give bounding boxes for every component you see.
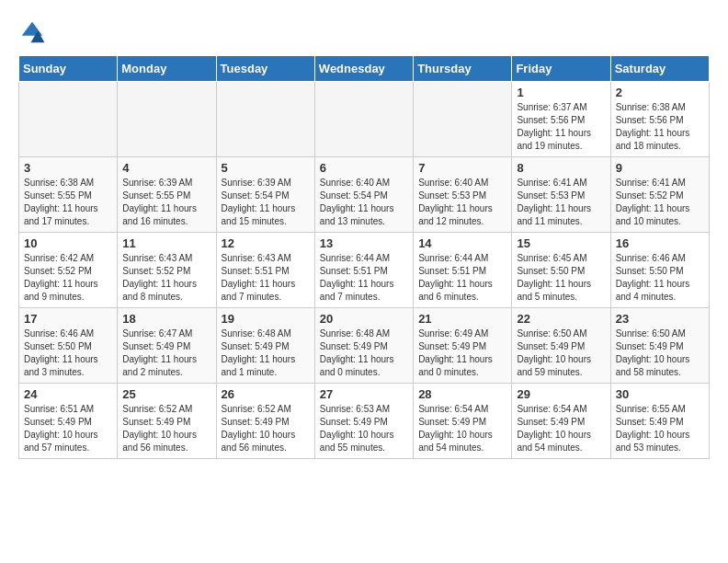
day-number: 23 <box>616 312 704 326</box>
day-number: 12 <box>222 236 310 250</box>
calendar-cell: 15Sunrise: 6:45 AM Sunset: 5:50 PM Dayli… <box>512 233 610 308</box>
day-number: 14 <box>418 236 506 250</box>
day-info: Sunrise: 6:38 AM Sunset: 5:55 PM Dayligh… <box>24 177 112 228</box>
day-info: Sunrise: 6:52 AM Sunset: 5:49 PM Dayligh… <box>122 403 210 454</box>
calendar-header-wednesday: Wednesday <box>314 56 413 82</box>
calendar-week-2: 10Sunrise: 6:42 AM Sunset: 5:52 PM Dayli… <box>19 233 710 308</box>
day-number: 21 <box>418 312 506 326</box>
day-info: Sunrise: 6:39 AM Sunset: 5:55 PM Dayligh… <box>122 177 210 228</box>
day-number: 11 <box>122 236 210 250</box>
page-header <box>18 18 710 46</box>
calendar-header-friday: Friday <box>512 56 610 82</box>
calendar-cell: 20Sunrise: 6:48 AM Sunset: 5:49 PM Dayli… <box>314 308 413 384</box>
day-info: Sunrise: 6:38 AM Sunset: 5:56 PM Dayligh… <box>616 101 704 153</box>
calendar-cell <box>414 82 512 157</box>
day-number: 28 <box>418 387 506 401</box>
day-info: Sunrise: 6:41 AM Sunset: 5:52 PM Dayligh… <box>616 177 704 228</box>
calendar-cell: 25Sunrise: 6:52 AM Sunset: 5:49 PM Dayli… <box>118 384 216 459</box>
day-number: 2 <box>616 86 704 99</box>
day-number: 20 <box>320 312 408 326</box>
day-number: 10 <box>24 236 112 250</box>
day-number: 15 <box>517 236 605 250</box>
day-number: 25 <box>122 387 210 401</box>
day-number: 4 <box>122 161 210 175</box>
day-info: Sunrise: 6:45 AM Sunset: 5:50 PM Dayligh… <box>517 252 605 304</box>
calendar-cell: 30Sunrise: 6:55 AM Sunset: 5:49 PM Dayli… <box>610 384 709 459</box>
day-info: Sunrise: 6:53 AM Sunset: 5:49 PM Dayligh… <box>320 403 408 454</box>
calendar: SundayMondayTuesdayWednesdayThursdayFrid… <box>18 55 710 459</box>
calendar-cell: 27Sunrise: 6:53 AM Sunset: 5:49 PM Dayli… <box>314 384 413 459</box>
day-info: Sunrise: 6:40 AM Sunset: 5:53 PM Dayligh… <box>418 177 506 228</box>
calendar-cell: 6Sunrise: 6:40 AM Sunset: 5:54 PM Daylig… <box>314 157 413 233</box>
day-number: 26 <box>222 387 310 401</box>
calendar-cell: 23Sunrise: 6:50 AM Sunset: 5:49 PM Dayli… <box>610 308 709 384</box>
day-number: 27 <box>320 387 408 401</box>
day-info: Sunrise: 6:42 AM Sunset: 5:52 PM Dayligh… <box>24 252 112 304</box>
day-info: Sunrise: 6:46 AM Sunset: 5:50 PM Dayligh… <box>616 252 704 304</box>
calendar-cell: 3Sunrise: 6:38 AM Sunset: 5:55 PM Daylig… <box>19 157 118 233</box>
day-number: 9 <box>616 161 704 175</box>
calendar-cell <box>314 82 413 157</box>
calendar-cell: 28Sunrise: 6:54 AM Sunset: 5:49 PM Dayli… <box>414 384 512 459</box>
day-number: 24 <box>24 387 112 401</box>
day-info: Sunrise: 6:43 AM Sunset: 5:51 PM Dayligh… <box>222 252 310 304</box>
day-number: 8 <box>517 161 605 175</box>
calendar-cell: 8Sunrise: 6:41 AM Sunset: 5:53 PM Daylig… <box>512 157 610 233</box>
day-info: Sunrise: 6:50 AM Sunset: 5:49 PM Dayligh… <box>517 327 605 379</box>
day-number: 6 <box>320 161 408 175</box>
calendar-cell: 26Sunrise: 6:52 AM Sunset: 5:49 PM Dayli… <box>216 384 314 459</box>
day-info: Sunrise: 6:54 AM Sunset: 5:49 PM Dayligh… <box>517 403 605 454</box>
calendar-cell: 14Sunrise: 6:44 AM Sunset: 5:51 PM Dayli… <box>414 233 512 308</box>
day-number: 1 <box>517 86 605 99</box>
day-info: Sunrise: 6:48 AM Sunset: 5:49 PM Dayligh… <box>222 327 310 379</box>
calendar-header-saturday: Saturday <box>610 56 709 82</box>
day-number: 3 <box>24 161 112 175</box>
day-info: Sunrise: 6:40 AM Sunset: 5:54 PM Dayligh… <box>320 177 408 228</box>
day-number: 19 <box>222 312 310 326</box>
svg-marker-0 <box>22 22 43 36</box>
calendar-cell: 2Sunrise: 6:38 AM Sunset: 5:56 PM Daylig… <box>610 82 709 157</box>
day-number: 16 <box>616 236 704 250</box>
calendar-week-4: 24Sunrise: 6:51 AM Sunset: 5:49 PM Dayli… <box>19 384 710 459</box>
day-info: Sunrise: 6:39 AM Sunset: 5:54 PM Dayligh… <box>222 177 310 228</box>
day-number: 18 <box>122 312 210 326</box>
calendar-cell: 22Sunrise: 6:50 AM Sunset: 5:49 PM Dayli… <box>512 308 610 384</box>
calendar-week-1: 3Sunrise: 6:38 AM Sunset: 5:55 PM Daylig… <box>19 157 710 233</box>
day-info: Sunrise: 6:52 AM Sunset: 5:49 PM Dayligh… <box>222 403 310 454</box>
calendar-cell: 5Sunrise: 6:39 AM Sunset: 5:54 PM Daylig… <box>216 157 314 233</box>
day-info: Sunrise: 6:46 AM Sunset: 5:50 PM Dayligh… <box>24 327 112 379</box>
calendar-cell: 7Sunrise: 6:40 AM Sunset: 5:53 PM Daylig… <box>414 157 512 233</box>
day-info: Sunrise: 6:54 AM Sunset: 5:49 PM Dayligh… <box>418 403 506 454</box>
day-info: Sunrise: 6:37 AM Sunset: 5:56 PM Dayligh… <box>517 101 605 153</box>
calendar-cell: 10Sunrise: 6:42 AM Sunset: 5:52 PM Dayli… <box>19 233 118 308</box>
calendar-cell: 29Sunrise: 6:54 AM Sunset: 5:49 PM Dayli… <box>512 384 610 459</box>
day-info: Sunrise: 6:48 AM Sunset: 5:49 PM Dayligh… <box>320 327 408 379</box>
calendar-cell: 13Sunrise: 6:44 AM Sunset: 5:51 PM Dayli… <box>314 233 413 308</box>
calendar-week-0: 1Sunrise: 6:37 AM Sunset: 5:56 PM Daylig… <box>19 82 710 157</box>
calendar-cell <box>118 82 216 157</box>
calendar-header-tuesday: Tuesday <box>216 56 314 82</box>
calendar-cell: 19Sunrise: 6:48 AM Sunset: 5:49 PM Dayli… <box>216 308 314 384</box>
calendar-cell: 11Sunrise: 6:43 AM Sunset: 5:52 PM Dayli… <box>118 233 216 308</box>
day-info: Sunrise: 6:49 AM Sunset: 5:49 PM Dayligh… <box>418 327 506 379</box>
calendar-header-monday: Monday <box>118 56 216 82</box>
calendar-cell: 4Sunrise: 6:39 AM Sunset: 5:55 PM Daylig… <box>118 157 216 233</box>
calendar-cell: 21Sunrise: 6:49 AM Sunset: 5:49 PM Dayli… <box>414 308 512 384</box>
calendar-header-sunday: Sunday <box>19 56 118 82</box>
calendar-cell <box>19 82 118 157</box>
calendar-cell: 9Sunrise: 6:41 AM Sunset: 5:52 PM Daylig… <box>610 157 709 233</box>
day-number: 30 <box>616 387 704 401</box>
day-info: Sunrise: 6:44 AM Sunset: 5:51 PM Dayligh… <box>320 252 408 304</box>
day-number: 13 <box>320 236 408 250</box>
calendar-cell: 16Sunrise: 6:46 AM Sunset: 5:50 PM Dayli… <box>610 233 709 308</box>
day-info: Sunrise: 6:47 AM Sunset: 5:49 PM Dayligh… <box>122 327 210 379</box>
day-info: Sunrise: 6:44 AM Sunset: 5:51 PM Dayligh… <box>418 252 506 304</box>
day-number: 29 <box>517 387 605 401</box>
day-info: Sunrise: 6:51 AM Sunset: 5:49 PM Dayligh… <box>24 403 112 454</box>
calendar-header-row: SundayMondayTuesdayWednesdayThursdayFrid… <box>19 56 710 82</box>
calendar-cell <box>216 82 314 157</box>
day-info: Sunrise: 6:43 AM Sunset: 5:52 PM Dayligh… <box>122 252 210 304</box>
day-info: Sunrise: 6:55 AM Sunset: 5:49 PM Dayligh… <box>616 403 704 454</box>
calendar-cell: 12Sunrise: 6:43 AM Sunset: 5:51 PM Dayli… <box>216 233 314 308</box>
calendar-cell: 17Sunrise: 6:46 AM Sunset: 5:50 PM Dayli… <box>19 308 118 384</box>
